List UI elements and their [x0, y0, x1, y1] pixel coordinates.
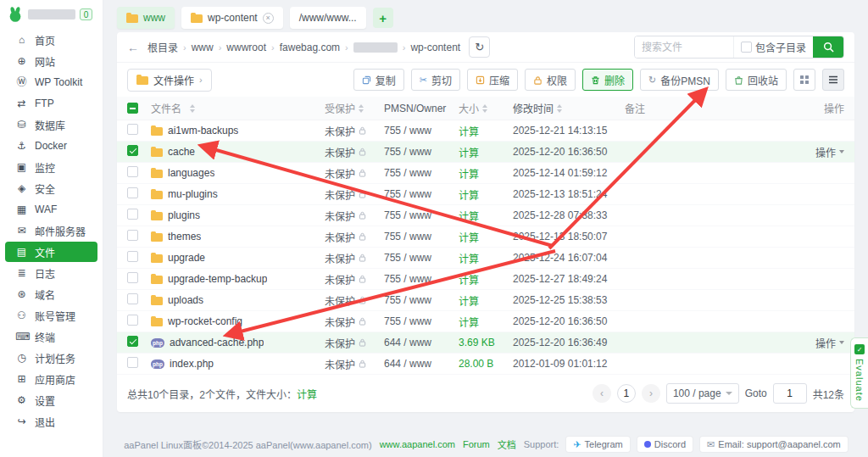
file-name[interactable]: index.php	[170, 358, 214, 370]
compress-button[interactable]: 压缩	[467, 69, 518, 91]
file-name[interactable]: uploads	[168, 294, 203, 306]
file-name[interactable]: upgrade	[168, 252, 205, 264]
row-checkbox[interactable]	[127, 251, 138, 262]
aapanel-link[interactable]: www.aapanel.com	[380, 439, 455, 449]
current-page-button[interactable]: 1	[617, 384, 636, 403]
sidebar-item-monitor[interactable]: ▣监控	[5, 157, 97, 177]
file-size[interactable]: 计算	[459, 232, 479, 244]
include-subdir-option[interactable]: 包含子目录	[733, 36, 813, 58]
row-checkbox[interactable]	[127, 145, 138, 156]
tab-www-www[interactable]: /www/www...	[290, 7, 366, 29]
select-all-checkbox[interactable]	[127, 103, 138, 114]
permission-button[interactable]: 权限	[525, 69, 576, 91]
file-size[interactable]: 计算	[459, 275, 479, 287]
backup-button[interactable]: ↻备份PMSN	[640, 69, 719, 91]
sort-icon[interactable]	[359, 104, 364, 113]
file-size[interactable]: 计算	[459, 296, 479, 308]
row-checkbox[interactable]	[127, 336, 138, 347]
row-checkbox[interactable]	[127, 272, 138, 283]
sidebar-item-logs[interactable]: ≣日志	[5, 263, 97, 283]
column-header-protected[interactable]: 受保护	[325, 101, 355, 115]
column-header-filename[interactable]: 文件名	[151, 101, 181, 115]
file-size[interactable]: 计算	[459, 211, 479, 223]
file-size[interactable]: 计算	[459, 169, 479, 181]
sidebar-item-settings[interactable]: ⚙设置	[5, 390, 97, 410]
sidebar-item-ftp[interactable]: ⇄FTP	[5, 93, 97, 114]
grid-view-button[interactable]	[793, 69, 815, 91]
sidebar-item-docker[interactable]: ⚓Docker	[5, 136, 97, 156]
add-tab-button[interactable]: +	[373, 8, 393, 28]
file-name[interactable]: languages	[168, 167, 214, 179]
per-page-select[interactable]: 100 / page	[666, 383, 739, 404]
column-header-size[interactable]: 大小	[459, 101, 479, 115]
sort-icon[interactable]	[482, 104, 487, 113]
breadcrumb-item[interactable]: www	[192, 42, 214, 53]
breadcrumb-item[interactable]: wp-content	[410, 42, 460, 53]
prev-page-button[interactable]: ‹	[593, 384, 611, 403]
copy-button[interactable]: 复制	[353, 69, 404, 91]
sidebar-item-files[interactable]: ▤文件	[5, 242, 97, 262]
forum-link[interactable]: Forum	[463, 439, 490, 449]
include-subdir-checkbox[interactable]	[741, 42, 752, 53]
list-view-button[interactable]	[822, 69, 844, 91]
sort-icon[interactable]	[557, 104, 562, 113]
discord-button[interactable]: Discord	[637, 437, 693, 452]
row-action-menu[interactable]: 操作	[815, 336, 844, 350]
file-name[interactable]: wp-rocket-config	[168, 315, 242, 327]
file-name[interactable]: themes	[168, 231, 201, 242]
sidebar-item-mail[interactable]: ✉邮件服务器	[5, 220, 97, 241]
docs-link[interactable]: 文档	[498, 437, 516, 451]
row-checkbox[interactable]	[127, 209, 138, 220]
row-checkbox[interactable]	[127, 230, 138, 241]
delete-button[interactable]: 删除	[582, 69, 633, 91]
sidebar-item-account[interactable]: ⚇账号管理	[5, 305, 97, 326]
email-button[interactable]: ✉ Email: support@aapanel.com	[700, 437, 848, 452]
sidebar-item-database[interactable]: ⛁数据库	[5, 114, 97, 135]
breadcrumb-item[interactable]: wwwroot	[226, 42, 266, 53]
row-action-menu[interactable]: 操作	[815, 145, 844, 159]
row-checkbox[interactable]	[127, 357, 138, 368]
sidebar-item-terminal[interactable]: ⌨终端	[5, 326, 97, 347]
sidebar-item-wp-toolkit[interactable]: ⓌWP Toolkit	[5, 72, 97, 92]
search-button[interactable]	[813, 36, 843, 58]
row-checkbox[interactable]	[127, 315, 138, 326]
tab-www[interactable]: www	[117, 7, 175, 29]
file-size[interactable]: 计算	[459, 126, 479, 138]
search-input[interactable]	[635, 36, 733, 58]
file-name[interactable]: upgrade-temp-backup	[168, 273, 267, 285]
tab-wp-content[interactable]: wp-content×	[181, 7, 283, 29]
breadcrumb-item[interactable]: 根目录	[147, 40, 178, 54]
sidebar-item-security[interactable]: ◈安全	[5, 178, 97, 198]
sidebar-item-cron[interactable]: ◷计划任务	[5, 348, 97, 368]
row-checkbox[interactable]	[127, 124, 138, 135]
back-icon[interactable]: ←	[127, 41, 139, 54]
file-operations-button[interactable]: 文件操作 ›	[127, 69, 212, 92]
evaluate-tab[interactable]: ✓ Evaluate	[850, 337, 868, 409]
sidebar-item-logout[interactable]: ↪退出	[5, 411, 97, 432]
file-name[interactable]: cache	[168, 146, 195, 158]
breadcrumb-item-redacted[interactable]	[353, 42, 398, 53]
file-name[interactable]: plugins	[168, 209, 200, 221]
sidebar-item-appstore[interactable]: ⊞应用商店	[5, 369, 97, 389]
row-checkbox[interactable]	[127, 293, 138, 304]
file-size[interactable]: 计算	[459, 317, 479, 329]
row-checkbox[interactable]	[127, 187, 138, 198]
breadcrumb-item[interactable]: fawebag.com	[280, 42, 340, 53]
row-checkbox[interactable]	[127, 166, 138, 177]
calc-size-link[interactable]: 计算	[297, 389, 317, 401]
file-size[interactable]: 计算	[459, 148, 479, 159]
file-size[interactable]: 计算	[459, 254, 479, 265]
sidebar-item-home[interactable]: ⌂首页	[5, 30, 97, 50]
notification-badge[interactable]: 0	[80, 8, 92, 20]
close-icon[interactable]: ×	[263, 13, 274, 24]
file-size[interactable]: 计算	[459, 190, 479, 202]
sort-icon[interactable]	[190, 104, 195, 113]
refresh-icon[interactable]: ↻	[469, 36, 490, 58]
column-header-mtime[interactable]: 修改时间	[513, 101, 554, 115]
sidebar-item-domain[interactable]: ⊛域名	[5, 284, 97, 304]
file-name[interactable]: advanced-cache.php	[170, 337, 264, 348]
next-page-button[interactable]: ›	[642, 384, 660, 403]
sidebar-item-waf[interactable]: ▦WAF	[5, 199, 97, 220]
goto-page-input[interactable]	[773, 383, 807, 404]
cut-button[interactable]: ✂剪切	[411, 69, 460, 91]
